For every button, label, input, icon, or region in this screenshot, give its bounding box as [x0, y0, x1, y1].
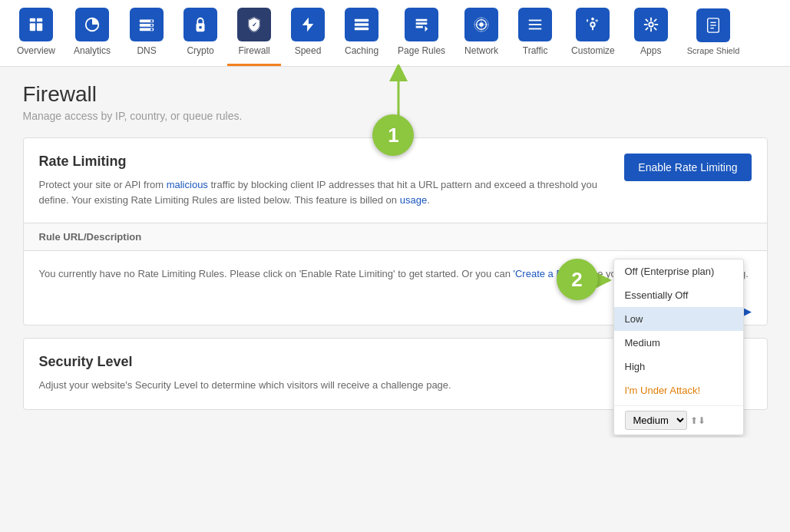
rule-column-label: Rule URL/Description [39, 231, 142, 243]
svg-rect-17 [355, 28, 369, 31]
dns-icon [130, 8, 164, 41]
svg-rect-3 [37, 23, 42, 31]
apps-icon [634, 8, 668, 41]
nav-item-traffic[interactable]: Traffic [508, 0, 562, 66]
crypto-icon [183, 8, 217, 41]
nav-item-caching[interactable]: Caching [335, 0, 388, 66]
nav-item-network[interactable]: Network [454, 0, 508, 66]
nav-item-dns[interactable]: DNS [120, 0, 174, 66]
rule-table-header: Rule URL/Description [24, 223, 767, 251]
nav-item-crypto[interactable]: Crypto [174, 0, 227, 66]
rate-limiting-desc: Protect your site or API from malicious … [39, 177, 610, 207]
traffic-icon [518, 8, 552, 41]
nav-label-analytics: Analytics [74, 45, 111, 56]
nav-item-speed[interactable]: Speed [281, 0, 335, 66]
nav-label-scrape-shield: Scrape Shield [687, 46, 740, 56]
svg-point-8 [150, 20, 153, 22]
dropdown-select-area: Medium ⬆⬇ [614, 405, 743, 435]
nav-label-speed: Speed [295, 45, 322, 56]
nav-label-firewall: Firewall [238, 45, 269, 56]
nav-item-page-rules[interactable]: Page Rules [388, 0, 454, 66]
svg-line-36 [654, 19, 656, 21]
svg-rect-2 [30, 23, 35, 31]
svg-line-33 [646, 19, 648, 21]
svg-rect-16 [355, 23, 369, 26]
svg-line-35 [646, 28, 648, 30]
svg-point-28 [649, 22, 653, 27]
nav-item-apps[interactable]: Apps [624, 0, 678, 66]
svg-line-34 [654, 28, 656, 30]
svg-point-27 [591, 22, 596, 27]
svg-point-9 [150, 25, 153, 27]
security-level-dropdown[interactable]: Off (Enterprise plan) Essentially Off Lo… [613, 259, 744, 435]
dropdown-item-medium[interactable]: Medium [614, 331, 743, 355]
nav-label-traffic: Traffic [523, 45, 548, 56]
svg-rect-0 [30, 18, 35, 22]
svg-marker-18 [425, 26, 428, 31]
nav-item-scrape-shield[interactable]: Scrape Shield [678, 0, 749, 66]
svg-point-10 [150, 28, 153, 31]
scrape-shield-icon [696, 8, 730, 42]
nav-item-analytics[interactable]: Analytics [64, 0, 120, 66]
nav-label-caching: Caching [345, 45, 378, 56]
dropdown-item-high[interactable]: High [614, 355, 743, 378]
customize-icon [576, 8, 610, 41]
firewall-icon: ✓ [237, 8, 271, 41]
svg-rect-15 [355, 19, 369, 22]
svg-rect-1 [37, 18, 42, 22]
nav-item-firewall[interactable]: ✓ Firewall [227, 0, 281, 66]
nav-item-overview[interactable]: Overview [8, 0, 64, 66]
caching-icon [345, 8, 378, 41]
dropdown-item-essentially-off[interactable]: Essentially Off [614, 283, 743, 307]
analytics-icon [75, 8, 109, 41]
nav-label-page-rules: Page Rules [398, 45, 445, 56]
rate-limiting-title: Rate Limiting [39, 154, 610, 170]
page-content: Firewall Manage access by IP, country, o… [8, 67, 783, 438]
nav-label-apps: Apps [640, 45, 661, 56]
annotation-circle-2: 2 [557, 259, 598, 300]
nav-label-network: Network [464, 45, 498, 56]
overview-icon [19, 8, 53, 41]
rate-limiting-text: Rate Limiting Protect your site or API f… [39, 154, 610, 207]
nav-label-dns: DNS [137, 45, 156, 56]
dropdown-select-input[interactable]: Medium [625, 411, 687, 430]
rate-limiting-action: Enable Rate Limiting [624, 154, 751, 181]
rate-limiting-section: 1 Rate Limiting Protect your site or API… [23, 137, 768, 325]
nav-label-overview: Overview [17, 45, 55, 56]
svg-text:✓: ✓ [252, 21, 257, 28]
svg-marker-14 [302, 18, 314, 31]
dropdown-item-under-attack[interactable]: I'm Under Attack! [614, 378, 743, 402]
network-icon [464, 8, 498, 41]
page-rules-icon [405, 8, 438, 41]
rate-limiting-card: Rate Limiting Protect your site or API f… [23, 137, 768, 325]
nav-label-crypto: Crypto [187, 45, 213, 56]
top-navigation: Overview Analytics DNS Crypto ✓ Firewall… [0, 0, 790, 67]
dropdown-item-off[interactable]: Off (Enterprise plan) [614, 259, 743, 283]
enable-rate-limiting-button[interactable]: Enable Rate Limiting [624, 154, 751, 181]
svg-point-12 [199, 26, 202, 29]
rule-table-content-area: You currently have no Rate Limiting Rule… [24, 251, 767, 325]
nav-item-customize[interactable]: Customize [562, 0, 624, 66]
nav-label-customize: Customize [571, 45, 615, 56]
dropdown-item-low[interactable]: Low [614, 307, 743, 331]
speed-icon [291, 8, 325, 41]
